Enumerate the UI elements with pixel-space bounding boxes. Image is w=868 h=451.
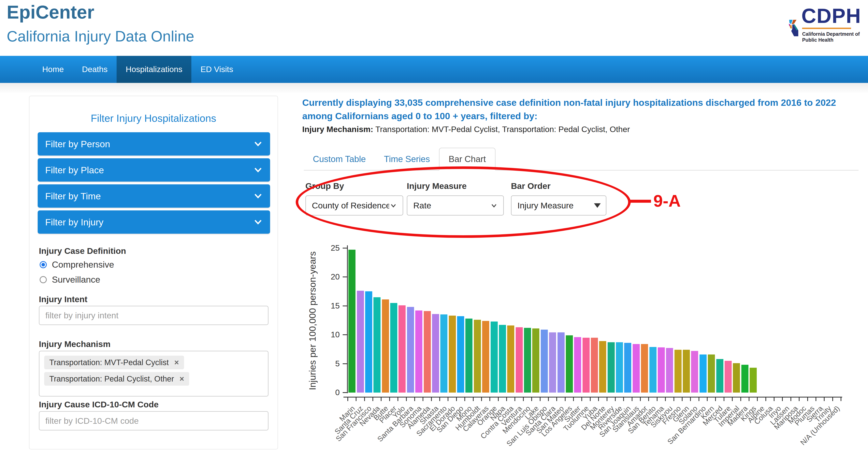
- bar-tehama: [658, 348, 665, 393]
- bar-monterey: [608, 342, 615, 393]
- radio-surveillance[interactable]: [40, 276, 47, 283]
- tag-remove-icon[interactable]: ×: [180, 374, 184, 383]
- cdph-acronym: CDPH: [801, 5, 861, 26]
- x-tick-18: [498, 397, 499, 401]
- mechanism-tag-transportation-pedal-cyclist-other: Transportation: Pedal Cyclist, Other×: [44, 372, 189, 386]
- y-tick-label-5: 5: [314, 359, 340, 368]
- x-tick-30: [598, 397, 599, 401]
- y-tick-5: [343, 363, 347, 364]
- x-tick-32: [615, 397, 616, 401]
- injury-mechanism-multiselect[interactable]: Transportation: MVT-Pedal Cyclist×Transp…: [39, 351, 269, 396]
- logo-rule: [802, 28, 851, 29]
- y-axis-line: [347, 245, 348, 393]
- radio-comprehensive[interactable]: [40, 261, 47, 268]
- bar-amador: [641, 344, 648, 393]
- bar-san-bernardino: [700, 355, 707, 393]
- injury-intent-input[interactable]: [39, 306, 269, 325]
- bar-marin: [348, 250, 355, 393]
- x-tick-35: [640, 397, 641, 401]
- bar-contra-costa: [507, 326, 514, 393]
- x-tick-33: [623, 397, 624, 401]
- bar-tuolumne: [583, 338, 590, 393]
- y-tick-label-25: 25: [314, 243, 340, 253]
- injury-measure-select[interactable]: Rate: [407, 196, 504, 215]
- x-tick-24: [548, 397, 549, 401]
- x-tick-51: [774, 397, 774, 401]
- nav-item-hospitalizations[interactable]: Hospitalizations: [117, 56, 191, 83]
- x-tick-25: [556, 397, 557, 401]
- tag-label: Transportation: Pedal Cyclist, Other: [49, 374, 174, 383]
- injury-measure-value: Rate: [413, 201, 431, 210]
- bar-calaveras: [482, 321, 489, 393]
- x-tick-17: [490, 397, 490, 401]
- accordion-filter-by-injury[interactable]: Filter by Injury: [38, 210, 270, 234]
- bar-imperial: [733, 363, 740, 393]
- bar-santa-cruz: [357, 291, 364, 393]
- bar-shasta: [432, 314, 439, 393]
- x-tick-40: [682, 397, 683, 401]
- icd-code-input[interactable]: [39, 411, 269, 430]
- triangle-down-icon: [594, 203, 601, 208]
- summary-text: Currently displaying 33,035 comprehensiv…: [302, 96, 852, 123]
- radio-row-surveillance: Surveillance: [40, 275, 100, 285]
- x-tick-46: [732, 397, 733, 401]
- x-tick-2: [364, 397, 365, 401]
- tag-remove-icon[interactable]: ×: [174, 358, 179, 367]
- bar-los-angeles: [566, 335, 573, 393]
- cdph-logo[interactable]: CDPH California Department of Public Hea…: [788, 5, 861, 51]
- tab-time-series[interactable]: Time Series: [375, 148, 439, 170]
- x-tick-22: [531, 397, 532, 401]
- accordion-filter-by-time[interactable]: Filter by Time: [38, 184, 270, 208]
- chevron-down-icon: [253, 139, 262, 148]
- bar-sonoma: [415, 310, 422, 393]
- chevron-down-icon: [490, 201, 498, 210]
- bar-sacramento: [440, 314, 447, 393]
- bar-solano: [691, 351, 698, 393]
- logo-caption-line2: Public Health: [802, 37, 861, 43]
- nav-item-deaths[interactable]: Deaths: [73, 56, 117, 83]
- x-tick-45: [723, 397, 724, 401]
- bar-siskiyou: [666, 348, 673, 393]
- x-tick-29: [590, 397, 591, 401]
- y-tick-15: [343, 305, 347, 306]
- nav-item-home[interactable]: Home: [33, 56, 73, 83]
- nav-item-ed-visits[interactable]: ED Visits: [191, 56, 242, 83]
- x-tick-56: [815, 397, 816, 401]
- y-axis-title: Injuries per 100,000 person-years: [307, 251, 318, 390]
- accordion-label: Filter by Person: [45, 139, 110, 149]
- accordion-filter-by-place[interactable]: Filter by Place: [38, 158, 270, 182]
- bar-riverside: [616, 342, 623, 393]
- tab-custom-table[interactable]: Custom Table: [304, 148, 375, 170]
- logo-caption-line1: California Department of: [802, 31, 861, 37]
- x-axis-line: [343, 397, 842, 397]
- injury-mechanism-label: Injury Mechanism: [39, 339, 111, 349]
- bar-order-label: Bar Order: [511, 181, 551, 191]
- bar-kings: [750, 368, 757, 393]
- x-tick-55: [807, 397, 808, 401]
- chevron-down-icon: [253, 191, 262, 201]
- accordion-label: Filter by Time: [45, 191, 101, 202]
- tab-bar-chart[interactable]: Bar Chart: [439, 148, 495, 171]
- accordion-filter-by-person[interactable]: Filter by Person: [38, 132, 270, 155]
- bar-chart-plot[interactable]: 0510152025MarinSanta CruzSan FranciscoNe…: [288, 237, 868, 451]
- bar-order-dropdown[interactable]: Injury Measure: [511, 196, 607, 215]
- bar-mono: [465, 319, 472, 393]
- bar-yolo: [399, 305, 406, 393]
- x-tick-14: [464, 397, 465, 401]
- group-by-label: Group By: [305, 181, 344, 191]
- x-tick-10: [431, 397, 432, 401]
- filter-panel: Filter Injury Hospitalizations Filter by…: [29, 96, 278, 449]
- chevron-down-icon: [253, 217, 262, 227]
- bar-order-value: Injury Measure: [518, 201, 574, 210]
- group-by-select[interactable]: County of Residence: [305, 196, 403, 215]
- summary-mechanism-line: Injury Mechanism: Transportation: MVT-Pe…: [302, 125, 630, 134]
- group-by-value: County of Residence: [312, 201, 389, 210]
- icd-code-label: Injury Cause ICD-10-CM Code: [39, 400, 159, 409]
- x-tick-31: [607, 397, 608, 401]
- x-tick-1: [356, 397, 356, 401]
- x-tick-28: [581, 397, 582, 401]
- bar-san-mateo: [557, 332, 565, 393]
- x-tick-42: [699, 397, 699, 401]
- bar-san-benito: [649, 347, 656, 393]
- mechanism-tag-transportation-mvt-pedal-cyclist: Transportation: MVT-Pedal Cyclist×: [44, 356, 184, 369]
